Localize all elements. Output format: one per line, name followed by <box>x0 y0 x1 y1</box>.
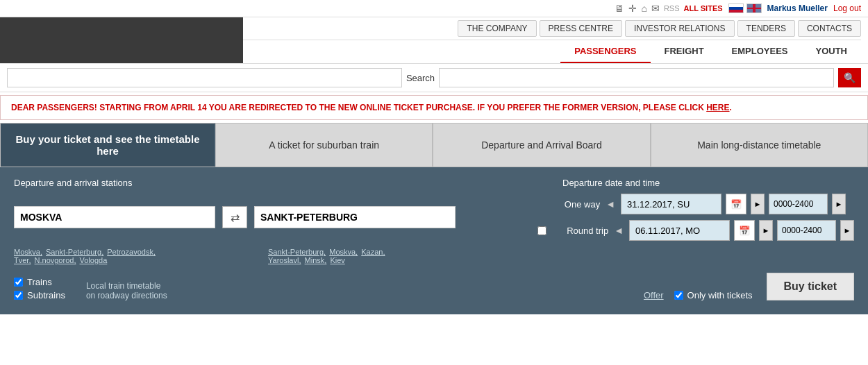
suggestion-yaroslavl[interactable]: Yaroslavl, <box>268 256 301 264</box>
offer-link[interactable]: Offer <box>644 290 664 300</box>
buy-ticket-button[interactable]: Buy ticket <box>767 273 854 300</box>
train-type-checkboxes: Trains Subtrains <box>14 277 65 300</box>
tab-suburban[interactable]: A ticket for suburban train <box>215 123 433 167</box>
round-trip-prev-button[interactable]: ◄ <box>612 225 625 236</box>
nav-tenders[interactable]: TENDERS <box>737 20 795 37</box>
subtrains-checkbox[interactable] <box>14 291 23 300</box>
nav-contacts[interactable]: CONTACTS <box>798 20 861 37</box>
logo <box>0 17 243 63</box>
monitor-icon[interactable]: 🖥 <box>615 3 624 14</box>
main-nav-youth[interactable]: YOUTH <box>802 40 862 63</box>
form-inputs-row: ⇄ One way ◄ 📅 ► ► <box>14 194 854 241</box>
to-suggestions: Sankt-Peterburg, Moskva, Kazan, Yaroslav… <box>268 248 469 264</box>
dep-arr-label: Departure and arrival stations <box>14 178 133 188</box>
flag-gb[interactable] <box>746 3 762 13</box>
main-nav: PASSENGERS FREIGHT EMPLOYEES YOUTH <box>243 40 861 63</box>
main-search-input[interactable] <box>7 68 402 87</box>
banner-text: DEAR PASSENGERS! STARTING FROM APRIL 14 … <box>11 103 706 112</box>
suggestion-moskva[interactable]: Moskva, <box>14 248 42 256</box>
one-way-calendar-button[interactable]: 📅 <box>726 194 746 214</box>
top-nav: THE COMPANY PRESS CENTRE INVESTOR RELATI… <box>243 17 868 63</box>
round-trip-row: Round trip ◄ 📅 ► ► <box>537 220 854 241</box>
offer-section: Offer Only with tickets <box>644 290 753 300</box>
main-nav-employees[interactable]: EMPLOYEES <box>718 40 802 63</box>
subtrains-label: Subtrains <box>27 290 65 300</box>
from-station-input[interactable] <box>14 206 215 228</box>
one-way-time-input[interactable] <box>769 194 828 214</box>
announcement-banner: DEAR PASSENGERS! STARTING FROM APRIL 14 … <box>0 95 868 120</box>
banner-link[interactable]: HERE <box>706 103 729 112</box>
flag-ru[interactable] <box>728 3 744 13</box>
trains-label: Trains <box>27 277 52 287</box>
suggestion-kazan[interactable]: Kazan, <box>361 248 385 256</box>
allsites-label[interactable]: ALL SITES <box>684 4 723 12</box>
top-bar-icons: 🖥 ✛ ⌂ ✉ RSS ALL SITES <box>615 3 722 14</box>
suggestion-spb2[interactable]: Sankt-Peterburg, <box>268 248 326 256</box>
header: THE COMPANY PRESS CENTRE INVESTOR RELATI… <box>0 17 868 64</box>
suggestion-moskva2[interactable]: Moskva, <box>329 248 358 256</box>
home-icon[interactable]: ⌂ <box>641 3 646 14</box>
main-content: Buy your ticket and see the timetable he… <box>0 123 868 314</box>
suggestion-petrozavodsk[interactable]: Petrozavodsk, <box>107 248 156 256</box>
to-station-input[interactable] <box>254 206 456 228</box>
search-button[interactable]: 🔍 <box>838 68 861 87</box>
round-trip-time-arrow[interactable]: ► <box>840 220 854 241</box>
search-bar: Search 🔍 <box>0 64 868 92</box>
round-trip-date-input[interactable] <box>629 220 730 241</box>
suggestion-tver[interactable]: Tver, <box>14 256 31 264</box>
round-trip-time-input[interactable] <box>777 220 836 241</box>
only-tickets-checkbox[interactable] <box>674 291 683 300</box>
top-bar: 🖥 ✛ ⌂ ✉ RSS ALL SITES Markus Mueller Log… <box>0 0 868 17</box>
form-labels-row: Departure and arrival stations Departure… <box>14 178 854 188</box>
user-name[interactable]: Markus Mueller <box>767 3 828 13</box>
logout-link[interactable]: Log out <box>833 3 861 13</box>
date-section: One way ◄ 📅 ► ► Round trip ◄ 📅 <box>537 194 854 241</box>
rss-label[interactable]: RSS <box>664 4 680 12</box>
one-way-prev-button[interactable]: ◄ <box>604 198 617 210</box>
round-trip-next-button[interactable]: ► <box>759 220 773 241</box>
one-way-row: One way ◄ 📅 ► ► <box>537 194 854 214</box>
round-trip-calendar-button[interactable]: 📅 <box>734 220 755 241</box>
round-trip-label: Round trip <box>553 226 608 236</box>
tab-main-timetable[interactable]: Main long-distance timetable <box>651 123 868 167</box>
nav-investor-relations[interactable]: INVESTOR RELATIONS <box>625 20 735 37</box>
suggestion-spb[interactable]: Sankt-Peterburg, <box>46 248 103 256</box>
search-label: Search <box>406 73 435 83</box>
tab-bar: Buy your ticket and see the timetable he… <box>0 123 868 167</box>
suggestion-nnovgorod[interactable]: N.novgorod, <box>35 256 76 264</box>
bottom-row: Trains Subtrains Local train timetable o… <box>14 273 854 300</box>
suggestions-row: Moskva, Sankt-Peterburg, Petrozavodsk, T… <box>14 246 854 264</box>
local-timetable-label: Local train timetable <box>86 281 167 291</box>
nav-the-company[interactable]: THE COMPANY <box>458 20 536 37</box>
dep-date-label: Departure date and time <box>562 178 854 188</box>
one-way-next-button[interactable]: ► <box>751 194 765 214</box>
suggestion-vologda[interactable]: Vologda <box>80 256 108 264</box>
main-nav-passengers[interactable]: PASSENGERS <box>560 40 650 63</box>
local-timetable-info: Local train timetable on roadway directi… <box>86 281 167 300</box>
local-timetable-sub: on roadway directions <box>86 291 167 300</box>
only-tickets-text: Only with tickets <box>687 290 753 300</box>
one-way-time-arrow[interactable]: ► <box>832 194 846 214</box>
banner-suffix: . <box>730 103 732 112</box>
tab-buy-ticket[interactable]: Buy your ticket and see the timetable he… <box>0 123 215 167</box>
one-way-label: One way <box>537 199 600 210</box>
trains-checkbox-label[interactable]: Trains <box>14 277 65 287</box>
only-tickets-label[interactable]: Only with tickets <box>674 290 753 300</box>
flags <box>728 3 762 13</box>
nav-press-centre[interactable]: PRESS CENTRE <box>540 20 622 37</box>
suggestion-kiev[interactable]: Kiev <box>330 256 344 264</box>
subtrains-checkbox-label[interactable]: Subtrains <box>14 290 65 300</box>
plus-icon[interactable]: ✛ <box>628 3 637 14</box>
suggestion-minsk[interactable]: Minsk, <box>305 256 327 264</box>
one-way-date-input[interactable] <box>621 194 721 214</box>
ticket-form: Departure and arrival stations Departure… <box>0 167 868 314</box>
from-suggestions: Moskva, Sankt-Peterburg, Petrozavodsk, T… <box>14 248 215 264</box>
top-nav-buttons: THE COMPANY PRESS CENTRE INVESTOR RELATI… <box>243 20 861 40</box>
swap-stations-button[interactable]: ⇄ <box>222 206 247 228</box>
mail-icon[interactable]: ✉ <box>651 3 660 14</box>
trains-checkbox[interactable] <box>14 278 23 287</box>
main-nav-freight[interactable]: FREIGHT <box>651 40 718 63</box>
search-input-right[interactable] <box>439 68 834 87</box>
tab-departure-board[interactable]: Departure and Arrival Board <box>433 123 650 167</box>
round-trip-checkbox[interactable] <box>537 226 546 235</box>
